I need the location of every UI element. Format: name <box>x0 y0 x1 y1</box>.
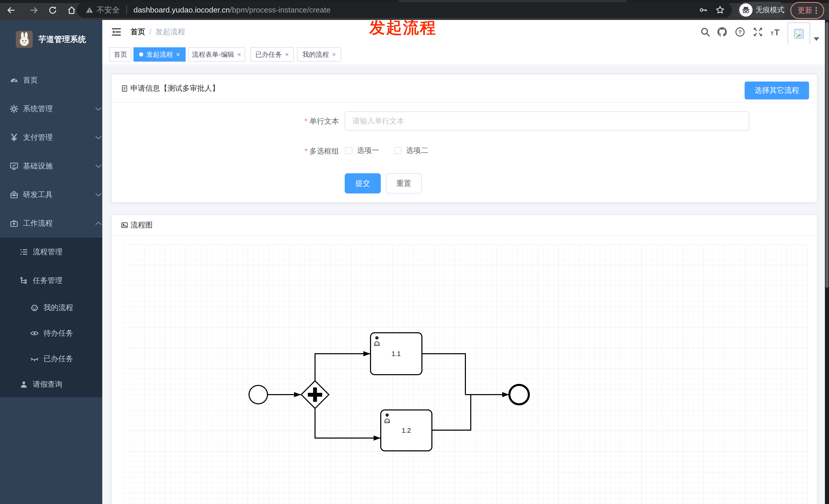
search-icon[interactable] <box>699 26 711 38</box>
sidebar-item-label: 工作流程 <box>23 218 53 229</box>
browser-menu-icon[interactable] <box>816 6 817 15</box>
user-task-1-1[interactable]: 1.1 <box>370 333 422 375</box>
forward-icon[interactable] <box>28 5 39 16</box>
image-icon <box>121 221 129 229</box>
start-event[interactable] <box>249 385 267 404</box>
checkbox-label[interactable]: 选项一 <box>357 146 379 156</box>
close-icon[interactable]: × <box>285 51 289 58</box>
close-icon[interactable]: × <box>176 51 180 58</box>
bpmn-canvas[interactable]: 1.1 1.2 <box>123 244 808 504</box>
sidebar-item-system[interactable]: 系统管理 <box>0 94 111 123</box>
bpmn-diagram: 1.1 1.2 <box>123 244 808 504</box>
address-bar[interactable]: 不安全 dashboard.yudao.iocoder.cn/bpm/proce… <box>77 2 732 18</box>
help-icon[interactable]: ? <box>734 26 746 38</box>
tab-label: 流程表单-编辑 <box>192 50 234 59</box>
eye-icon <box>30 329 39 338</box>
page-annotation: 发起流程 <box>369 17 512 38</box>
sidebar-item-workflow[interactable]: 工作流程 <box>0 209 111 238</box>
svg-text:T: T <box>774 28 780 37</box>
required-mark: * <box>304 117 308 125</box>
password-key-icon[interactable] <box>699 5 708 14</box>
parallel-gateway[interactable] <box>301 381 329 409</box>
sidebar-item-home[interactable]: 首页 <box>0 66 111 94</box>
checkbox[interactable] <box>394 147 401 154</box>
sidebar-item-label: 基础设施 <box>23 161 53 171</box>
checkbox-option-1: 选项一 <box>345 145 379 156</box>
tab-label: 已办任务 <box>255 50 282 59</box>
not-secure-label[interactable]: 不安全 <box>97 5 120 15</box>
sidebar-item-infrastructure[interactable]: 基础设施 <box>0 152 111 181</box>
end-event[interactable] <box>509 385 529 404</box>
reload-icon[interactable] <box>47 5 58 16</box>
robot-face-icon <box>30 303 39 312</box>
sidebar-item-devtools[interactable]: 研发工具 <box>0 181 111 209</box>
app-logo-row[interactable]: 芋道管理系统 <box>0 25 102 54</box>
toolbox-icon <box>9 190 19 199</box>
url-path: /bpm/process-instance/create <box>230 6 331 14</box>
single-line-text-input[interactable] <box>345 111 749 130</box>
breadcrumb: 首页 / 发起流程 <box>131 20 185 44</box>
address-divider <box>126 6 127 14</box>
update-label: 更新 <box>798 5 813 15</box>
home-icon[interactable] <box>66 5 77 16</box>
breadcrumb-home[interactable]: 首页 <box>131 27 145 37</box>
avatar[interactable] <box>788 23 810 45</box>
sidebar-item-label: 请假查询 <box>33 379 62 389</box>
checkbox-label[interactable]: 选项二 <box>406 146 428 156</box>
app-title: 芋道管理系统 <box>38 34 86 45</box>
close-icon[interactable]: × <box>332 51 336 58</box>
tab-create-process[interactable]: 发起流程 × <box>134 47 186 62</box>
text-field-label: *单行文本 <box>232 116 339 126</box>
required-mark: * <box>304 147 308 155</box>
sidebar-item-label: 已办任务 <box>43 354 73 364</box>
incognito-label: 无痕模式 <box>756 5 784 15</box>
chevron-up-icon <box>95 221 102 225</box>
update-button[interactable]: 更新 <box>790 2 824 19</box>
back-icon[interactable] <box>6 5 17 16</box>
bookmark-star-icon[interactable] <box>715 5 725 15</box>
sidebar-item-label: 我的流程 <box>43 303 73 313</box>
tab-done-tasks[interactable]: 已办任务 × <box>250 47 294 62</box>
app-logo-avatar <box>16 31 33 48</box>
tab-label: 我的流程 <box>302 50 329 59</box>
scrollbar-thumb[interactable] <box>825 22 828 288</box>
application-form-card: 申请信息【测试多审批人】 选择其它流程 *单行文本 *多选框组 选项一 选项二 … <box>111 74 818 203</box>
tab-home[interactable]: 首页 <box>109 47 132 62</box>
form-card-header: 申请信息【测试多审批人】 选择其它流程 <box>111 74 817 103</box>
diagram-card-title: 流程图 <box>131 220 153 230</box>
svg-text:?: ? <box>738 29 742 35</box>
reset-button[interactable]: 重置 <box>386 173 422 193</box>
tab-my-process[interactable]: 我的流程 × <box>297 47 341 62</box>
incognito-badge: 无痕模式 <box>737 2 786 18</box>
chevron-down-icon <box>95 107 102 111</box>
close-icon[interactable]: × <box>237 51 241 58</box>
sidebar-item-label: 系统管理 <box>23 104 53 114</box>
monitor-icon <box>9 161 19 171</box>
avatar-caret-down-icon[interactable] <box>814 37 819 41</box>
yen-icon <box>9 133 19 142</box>
tab-form-edit[interactable]: 流程表单-编辑 × <box>188 47 245 62</box>
diagram-card-header: 流程图 <box>111 215 817 236</box>
document-icon <box>121 85 129 92</box>
url-domain: dashboard.yudao.iocoder.cn <box>134 6 230 14</box>
checkbox[interactable] <box>345 147 352 154</box>
url-text[interactable]: dashboard.yudao.iocoder.cn/bpm/process-i… <box>134 6 330 14</box>
sidebar-item-label: 任务管理 <box>33 275 62 286</box>
collapse-sidebar-icon[interactable] <box>110 26 122 38</box>
font-size-icon[interactable]: TT <box>770 26 782 38</box>
org-tree-icon <box>19 276 29 285</box>
github-icon[interactable] <box>716 26 728 38</box>
person-icon <box>19 380 29 389</box>
gauge-icon <box>9 76 19 85</box>
process-diagram-card: 流程图 <box>111 215 818 504</box>
breadcrumb-separator: / <box>149 28 151 36</box>
task-label: 1.2 <box>402 427 411 434</box>
fullscreen-icon[interactable] <box>752 26 764 38</box>
sidebar-item-payment[interactable]: 支付管理 <box>0 123 111 152</box>
submit-button[interactable]: 提交 <box>345 173 381 193</box>
choose-other-process-button[interactable]: 选择其它流程 <box>745 81 809 100</box>
incognito-icon <box>739 3 753 16</box>
user-task-1-2[interactable]: 1.2 <box>381 410 432 451</box>
browser-scrollbar[interactable] <box>825 20 829 504</box>
sidebar-item-label: 支付管理 <box>23 132 53 143</box>
